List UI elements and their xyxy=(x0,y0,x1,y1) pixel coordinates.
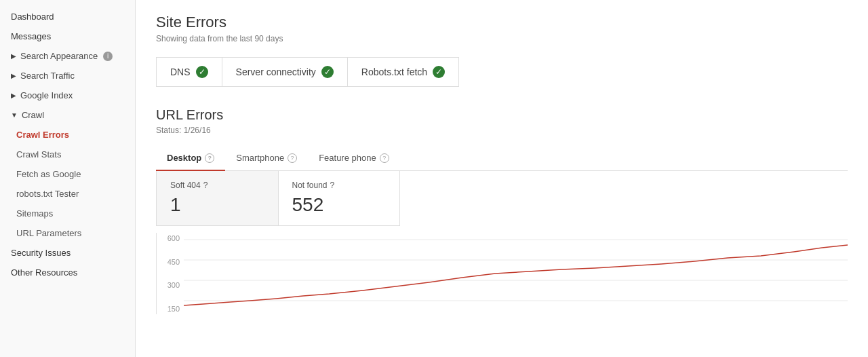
url-errors-title: URL Errors xyxy=(156,107,848,123)
sidebar-item-crawl-stats[interactable]: Crawl Stats xyxy=(0,145,135,164)
chart-svg xyxy=(184,233,848,314)
page-subtitle: Showing data from the last 90 days xyxy=(156,34,848,43)
sidebar-item-search-traffic[interactable]: ▶ Search Traffic xyxy=(0,66,135,86)
y-label-300: 300 xyxy=(157,281,184,289)
url-errors-status: Status: 1/26/16 xyxy=(156,126,848,135)
sidebar-item-label: robots.txt Tester xyxy=(16,189,79,199)
sidebar-item-label: Crawl xyxy=(22,110,44,120)
check-icon-robots: ✓ xyxy=(433,66,445,78)
sidebar-item-url-parameters[interactable]: URL Parameters xyxy=(0,223,135,243)
info-icon: i xyxy=(103,52,113,61)
sidebar-item-label: Search Traffic xyxy=(20,71,75,81)
sidebar-item-google-index[interactable]: ▶ Google Index xyxy=(0,86,135,105)
sidebar-item-security-issues[interactable]: Security Issues xyxy=(0,243,135,263)
question-icon-desktop: ? xyxy=(205,153,214,163)
sidebar-item-dashboard[interactable]: Dashboard xyxy=(0,7,135,26)
question-icon-soft404: ? xyxy=(203,181,208,190)
sidebar-item-label: Security Issues xyxy=(11,248,71,258)
stat-box-not-found[interactable]: Not found ? 552 xyxy=(279,171,400,225)
y-label-150: 150 xyxy=(157,305,184,313)
sidebar: Dashboard Messages ▶ Search Appearance i… xyxy=(0,0,136,357)
sidebar-item-label: Fetch as Google xyxy=(16,169,81,179)
stat-box-soft-404[interactable]: Soft 404 ? 1 xyxy=(157,171,279,225)
stats-row: Soft 404 ? 1 Not found ? 552 xyxy=(156,171,400,226)
sidebar-item-other-resources[interactable]: Other Resources xyxy=(0,263,135,282)
sidebar-item-label: Google Index xyxy=(20,90,73,100)
question-icon-not-found: ? xyxy=(330,181,335,190)
tab-smartphone-label: Smartphone xyxy=(236,153,284,163)
error-label-robots: Robots.txt fetch xyxy=(361,67,427,77)
stat-value-not-found: 552 xyxy=(292,194,387,216)
main-content: Site Errors Showing data from the last 9… xyxy=(136,0,868,357)
tab-feature-phone-label: Feature phone xyxy=(319,153,376,163)
arrow-icon: ▼ xyxy=(11,111,18,119)
chart-polyline xyxy=(184,245,848,305)
chart-canvas xyxy=(184,233,848,314)
chart-area: 600 450 300 150 xyxy=(156,233,848,314)
site-errors-row: DNS ✓ Server connectivity ✓ Robots.txt f… xyxy=(156,57,848,87)
stat-label-soft-404: Soft 404 ? xyxy=(170,181,264,190)
sidebar-item-crawl[interactable]: ▼ Crawl xyxy=(0,105,135,125)
error-box-dns[interactable]: DNS ✓ xyxy=(156,57,222,87)
sidebar-item-search-appearance[interactable]: ▶ Search Appearance i xyxy=(0,46,135,66)
sidebar-item-sitemaps[interactable]: Sitemaps xyxy=(0,204,135,223)
error-box-server-connectivity[interactable]: Server connectivity ✓ xyxy=(222,57,348,87)
y-label-600: 600 xyxy=(157,234,184,242)
arrow-icon: ▶ xyxy=(11,52,16,60)
sidebar-item-robots-txt-tester[interactable]: robots.txt Tester xyxy=(0,184,135,204)
sidebar-item-label: Sitemaps xyxy=(16,208,53,219)
stat-value-soft-404: 1 xyxy=(170,194,264,216)
sidebar-item-label: Crawl Stats xyxy=(16,149,61,159)
sidebar-item-label: Dashboard xyxy=(11,12,54,22)
error-box-robots-txt[interactable]: Robots.txt fetch ✓ xyxy=(348,57,459,87)
sidebar-item-label: Search Appearance xyxy=(20,51,98,61)
y-label-450: 450 xyxy=(157,258,184,266)
tab-smartphone[interactable]: Smartphone ? xyxy=(225,146,308,171)
arrow-icon: ▶ xyxy=(11,72,16,79)
stat-label-not-found: Not found ? xyxy=(292,181,387,190)
chart-y-labels: 600 450 300 150 xyxy=(157,233,184,314)
tab-desktop[interactable]: Desktop ? xyxy=(156,146,225,171)
sidebar-item-crawl-errors[interactable]: Crawl Errors xyxy=(0,125,135,145)
error-label-server: Server connectivity xyxy=(236,67,316,77)
arrow-icon: ▶ xyxy=(11,92,16,99)
sidebar-item-fetch-as-google[interactable]: Fetch as Google xyxy=(0,164,135,184)
question-icon-feature-phone: ? xyxy=(380,153,389,163)
sidebar-item-label: URL Parameters xyxy=(16,228,81,238)
sidebar-item-label: Other Resources xyxy=(11,267,77,278)
tab-desktop-label: Desktop xyxy=(167,153,201,163)
page-title: Site Errors xyxy=(156,14,848,31)
question-icon-smartphone: ? xyxy=(288,153,297,163)
check-icon-server: ✓ xyxy=(321,66,334,78)
check-icon-dns: ✓ xyxy=(196,66,208,78)
tab-feature-phone[interactable]: Feature phone ? xyxy=(308,146,400,171)
sidebar-item-messages[interactable]: Messages xyxy=(0,26,135,46)
error-label-dns: DNS xyxy=(170,67,191,77)
sidebar-item-label: Messages xyxy=(11,31,51,41)
url-errors-tabs: Desktop ? Smartphone ? Feature phone ? xyxy=(156,146,848,171)
sidebar-item-label: Crawl Errors xyxy=(16,130,69,140)
